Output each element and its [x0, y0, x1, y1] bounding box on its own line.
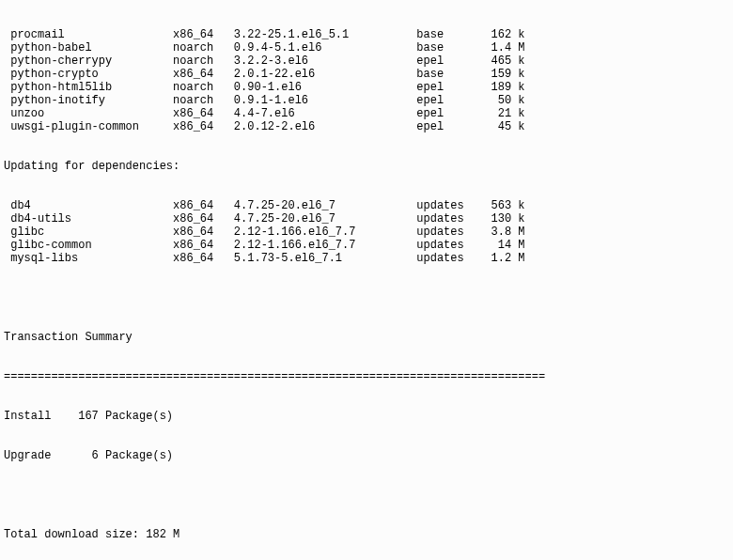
dependency-row: db4 x86_64 4.7.25-20.el6_7 updates 563 k [4, 199, 729, 212]
divider: ========================================… [4, 370, 729, 383]
package-list: procmail x86_64 3.22-25.1.el6_5.1 base 1… [4, 28, 729, 133]
package-row: procmail x86_64 3.22-25.1.el6_5.1 base 1… [4, 28, 729, 41]
package-row: python-cherrypy noarch 3.2.2-3.el6 epel … [4, 54, 729, 68]
package-row: uwsgi-plugin-common x86_64 2.0.12-2.el6 … [4, 120, 729, 133]
summary-heading: Transaction Summary [4, 331, 729, 344]
blank [4, 489, 729, 502]
summary-upgrade: Upgrade 6 Package(s) [4, 449, 729, 462]
summary-install: Install 167 Package(s) [4, 410, 729, 423]
terminal-output: procmail x86_64 3.22-25.1.el6_5.1 base 1… [0, 0, 733, 560]
package-row: unzoo x86_64 4.4-7.el6 epel 21 k [4, 107, 729, 120]
package-row: python-inotify noarch 0.9.1-1.el6 epel 5… [4, 94, 729, 107]
dependency-row: db4-utils x86_64 4.7.25-20.el6_7 updates… [4, 212, 729, 226]
package-row: python-crypto x86_64 2.0.1-22.el6 base 1… [4, 68, 729, 81]
blank [4, 291, 729, 304]
dependency-list: db4 x86_64 4.7.25-20.el6_7 updates 563 k… [4, 199, 729, 265]
dependency-row: glibc-common x86_64 2.12-1.166.el6_7.7 u… [4, 239, 729, 252]
dependency-row: mysql-libs x86_64 5.1.73-5.el6_7.1 updat… [4, 252, 729, 265]
package-row: python-html5lib noarch 0.90-1.el6 epel 1… [4, 81, 729, 94]
download-size: Total download size: 182 M [4, 528, 729, 541]
package-row: python-babel noarch 0.9.4-5.1.el6 base 1… [4, 41, 729, 54]
dependency-row: glibc x86_64 2.12-1.166.el6_7.7 updates … [4, 226, 729, 239]
deps-heading: Updating for dependencies: [4, 160, 729, 173]
